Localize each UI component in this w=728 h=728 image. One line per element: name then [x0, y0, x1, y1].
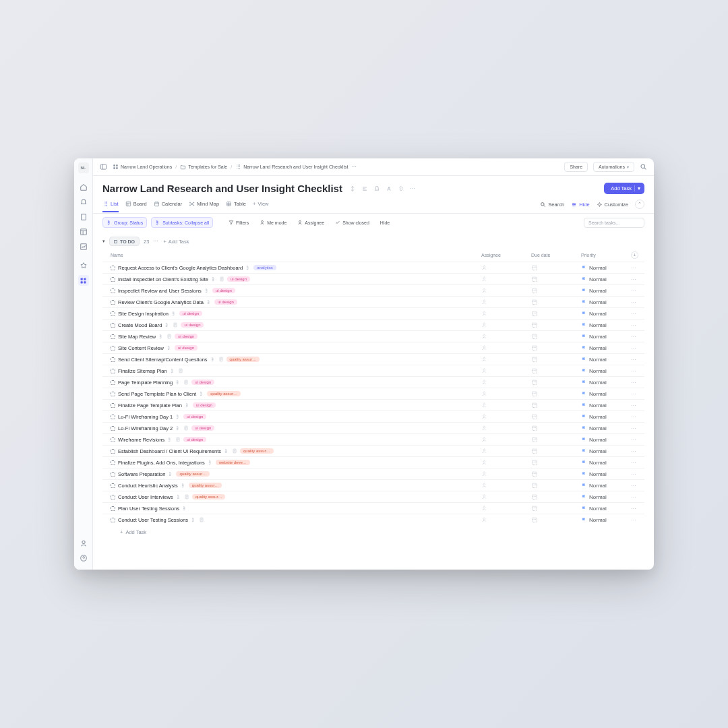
priority-cell[interactable]: Normal — [581, 299, 631, 305]
due-cell[interactable] — [531, 379, 581, 386]
group-add-task[interactable]: +Add Task — [163, 239, 189, 245]
task-row[interactable]: Conduct User Interviewsquality assur…Nor… — [102, 491, 644, 502]
tag[interactable]: quality assur… — [226, 357, 260, 362]
nav-dashboards-icon[interactable] — [78, 241, 89, 252]
tab-add-view[interactable]: +View — [253, 201, 269, 212]
task-row[interactable]: Send Client Sitemap/Content Questionsqua… — [102, 353, 644, 365]
tab-table[interactable]: Table — [226, 201, 246, 212]
task-row[interactable]: Site Content Reviewui designNormal⋯ — [102, 342, 644, 353]
task-name[interactable]: Site Design Inspiration — [118, 311, 169, 317]
row-more-icon[interactable]: ⋯ — [631, 517, 644, 523]
priority-cell[interactable]: Normal — [581, 460, 631, 466]
due-cell[interactable] — [531, 333, 581, 340]
tag[interactable]: ui design — [181, 322, 204, 328]
status-dot-icon[interactable] — [111, 289, 115, 293]
tag[interactable]: ui design — [175, 345, 198, 351]
status-dot-icon[interactable] — [111, 357, 115, 362]
task-name[interactable]: Site Map Review — [118, 334, 156, 340]
status-dot-icon[interactable] — [111, 518, 115, 522]
assignee-cell[interactable] — [481, 413, 531, 420]
assignee-chip[interactable]: Assignee — [294, 218, 328, 227]
row-more-icon[interactable]: ⋯ — [631, 402, 644, 408]
more-icon[interactable]: ⋯ — [410, 185, 415, 193]
tag[interactable]: ui design — [183, 437, 206, 442]
status-dot-icon[interactable] — [111, 300, 115, 305]
due-cell[interactable] — [531, 413, 581, 420]
row-more-icon[interactable]: ⋯ — [631, 345, 644, 351]
status-dot-icon[interactable] — [111, 346, 115, 351]
row-more-icon[interactable]: ⋯ — [631, 368, 644, 374]
task-name[interactable]: Wireframe Revisions — [118, 437, 164, 443]
row-more-icon[interactable]: ⋯ — [631, 448, 644, 454]
priority-cell[interactable]: Normal — [581, 391, 631, 397]
task-row[interactable]: Conduct Heuristic Analysisquality assur…… — [102, 479, 644, 491]
tag[interactable]: quality assur… — [192, 494, 226, 499]
status-dot-icon[interactable] — [111, 369, 115, 373]
filter-hide[interactable]: Hide — [377, 218, 393, 227]
status-dot-icon[interactable] — [111, 437, 115, 442]
task-row[interactable]: Finalize Page Template Planui designNorm… — [102, 399, 644, 411]
due-cell[interactable] — [531, 493, 581, 500]
due-cell[interactable] — [531, 276, 581, 282]
row-more-icon[interactable]: ⋯ — [631, 391, 644, 397]
priority-cell[interactable]: Normal — [581, 471, 631, 477]
letter-a-icon[interactable] — [386, 185, 392, 193]
doc-icon[interactable] — [232, 448, 237, 454]
assignee-cell[interactable] — [481, 390, 531, 397]
row-more-icon[interactable]: ⋯ — [631, 483, 644, 489]
due-cell[interactable] — [531, 310, 581, 317]
assignee-cell[interactable] — [481, 379, 531, 386]
crumb-space[interactable]: Narrow Land Operations — [113, 164, 172, 170]
task-row[interactable]: Site Design Inspirationui designNormal⋯ — [102, 307, 644, 319]
priority-cell[interactable]: Normal — [581, 380, 631, 386]
topbar-search-icon[interactable] — [640, 163, 647, 171]
chevron-down-icon[interactable]: ▾ — [634, 185, 640, 191]
assignee-cell[interactable] — [481, 448, 531, 454]
task-name[interactable]: Finalize Sitemap Plan — [118, 368, 167, 374]
doc-icon[interactable] — [166, 334, 172, 339]
due-cell[interactable] — [531, 390, 581, 397]
row-more-icon[interactable]: ⋯ — [631, 288, 644, 294]
row-more-icon[interactable]: ⋯ — [631, 471, 644, 477]
task-row[interactable]: Lo-Fi Wireframing Day 1ui designNormal⋯ — [102, 411, 644, 422]
due-cell[interactable] — [531, 505, 581, 512]
crumb-list[interactable]: Narrow Land Research and User Insight Ch… — [235, 164, 348, 170]
due-cell[interactable] — [531, 425, 581, 431]
due-cell[interactable] — [531, 516, 581, 523]
due-cell[interactable] — [531, 322, 581, 328]
status-dot-icon[interactable] — [111, 460, 115, 465]
tag[interactable]: ui design — [191, 425, 214, 431]
task-row[interactable]: Finalize Sitemap PlanNormal⋯ — [102, 365, 644, 376]
nav-favorites-icon[interactable] — [78, 260, 89, 271]
task-name[interactable]: Lo-Fi Wireframing Day 2 — [118, 425, 173, 431]
task-row[interactable]: Create Mood Boardui designNormal⋯ — [102, 319, 644, 330]
tag[interactable]: analytics — [253, 265, 276, 270]
row-more-icon[interactable]: ⋯ — [631, 334, 644, 340]
tag[interactable]: ui design — [227, 276, 250, 282]
nav-spaces-icon[interactable] — [78, 275, 89, 286]
automations-button[interactable]: Automations▾ — [593, 162, 634, 172]
sidebar-toggle-icon[interactable] — [100, 163, 107, 171]
due-cell[interactable] — [531, 299, 581, 305]
priority-cell[interactable]: Normal — [581, 334, 631, 340]
task-name[interactable]: Plan User Testing Sessions — [118, 506, 179, 512]
status-dot-icon[interactable] — [111, 403, 115, 408]
tab-calendar[interactable]: Calendar — [154, 201, 182, 212]
row-more-icon[interactable]: ⋯ — [631, 276, 644, 282]
priority-cell[interactable]: Normal — [581, 265, 631, 271]
due-cell[interactable] — [531, 471, 581, 477]
tab-mindmap[interactable]: Mind Map — [189, 201, 219, 212]
tag[interactable]: ui design — [214, 299, 237, 305]
row-more-icon[interactable]: ⋯ — [631, 299, 644, 305]
priority-cell[interactable]: Normal — [581, 311, 631, 317]
priority-cell[interactable]: Normal — [581, 357, 631, 363]
comment-icon[interactable] — [373, 185, 380, 193]
due-cell[interactable] — [531, 367, 581, 374]
row-more-icon[interactable]: ⋯ — [631, 506, 644, 512]
assignee-cell[interactable] — [481, 276, 531, 282]
status-dot-icon[interactable] — [111, 311, 115, 316]
task-row[interactable]: Plan User Testing SessionsNormal⋯ — [102, 502, 644, 514]
col-due[interactable]: Due date — [531, 251, 581, 259]
row-more-icon[interactable]: ⋯ — [631, 425, 644, 431]
task-name[interactable]: Page Template Planning — [118, 380, 173, 386]
